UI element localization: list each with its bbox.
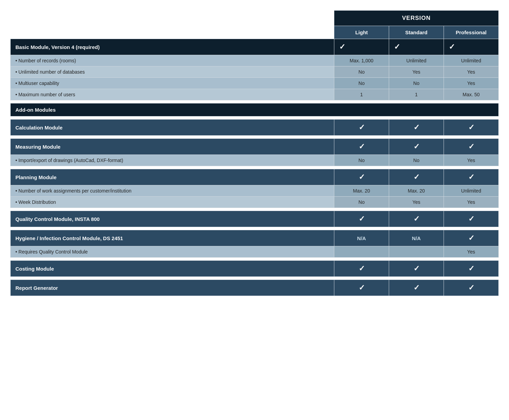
col-header-row: Light Standard Professional — [11, 26, 499, 39]
calculation-module-label: Calculation Module — [11, 120, 334, 136]
costing-module-label: Costing Module — [11, 261, 334, 277]
measuring-feature-importexport: • Import/export of drawings (AutoCad, DX… — [11, 155, 499, 166]
spacer-cell-1 — [11, 100, 499, 103]
databases-standard: Yes — [389, 66, 444, 78]
assignments-light: Max. 20 — [334, 185, 389, 197]
costing-check-professional: ✓ — [444, 261, 499, 277]
measuring-check-professional: ✓ — [444, 139, 499, 155]
requires-standard — [389, 246, 444, 258]
costing-check-light: ✓ — [334, 261, 389, 277]
version-header-row: VERSION — [11, 11, 499, 26]
hygiene-module-label: Hygiene / Infection Control Module, DS 2… — [11, 230, 334, 246]
hygiene-na-light: N/A — [334, 230, 389, 246]
weekdist-light: No — [334, 197, 389, 208]
records-light: Max. 1,000 — [334, 55, 389, 66]
weekdist-standard: Yes — [389, 197, 444, 208]
col-header-professional: Professional — [444, 26, 499, 39]
databases-professional: Yes — [444, 66, 499, 78]
planning-feature-weekdist: • Week Distribution No Yes Yes — [11, 197, 499, 208]
report-check-professional: ✓ — [444, 280, 499, 296]
multiuser-standard: No — [389, 78, 444, 89]
hygiene-check-professional: ✓ — [444, 230, 499, 246]
requires-label: • Requires Quality Control Module — [11, 246, 334, 258]
feature-row-maxusers: • Maximum number of users 1 1 Max. 50 — [11, 89, 499, 100]
spacer-cell-4 — [11, 166, 499, 169]
measuring-feature-label: • Import/export of drawings (AutoCad, DX… — [11, 155, 334, 166]
measuring-check-light: ✓ — [334, 139, 389, 155]
feature-label-records: • Number of records (rooms) — [11, 55, 334, 66]
spacer-cell-6 — [11, 227, 499, 230]
feature-row-databases: • Unlimited number of databases No Yes Y… — [11, 66, 499, 78]
col-header-light: Light — [334, 26, 389, 39]
costing-check-standard: ✓ — [389, 261, 444, 277]
spacer-6 — [11, 227, 499, 230]
requires-light — [334, 246, 389, 258]
importexport-professional: Yes — [444, 155, 499, 166]
spacer-cell-5 — [11, 208, 499, 211]
requires-professional: Yes — [444, 246, 499, 258]
spacer-cell-8 — [11, 277, 499, 280]
feature-label-databases: • Unlimited number of databases — [11, 66, 334, 78]
checkmark-basic-light: ✓ — [339, 42, 345, 51]
spacer-8 — [11, 277, 499, 280]
multiuser-light: No — [334, 78, 389, 89]
spacer-3 — [11, 136, 499, 139]
version-header-cell: VERSION — [334, 11, 499, 26]
checkmark-basic-standard: ✓ — [394, 42, 400, 51]
measuring-module-label: Measuring Module — [11, 139, 334, 155]
basic-module-label: Basic Module, Version 4 (required) — [11, 39, 334, 55]
feature-row-records: • Number of records (rooms) Max. 1,000 U… — [11, 55, 499, 66]
weekdist-professional: Yes — [444, 197, 499, 208]
spacer-cell-3 — [11, 136, 499, 139]
databases-light: No — [334, 66, 389, 78]
addon-header-row: Add-on Modules — [11, 103, 499, 116]
basic-check-professional: ✓ — [444, 39, 499, 55]
empty-top-left — [11, 11, 334, 26]
feature-label-multiuser: • Multiuser capability — [11, 78, 334, 89]
weekdist-label: • Week Distribution — [11, 197, 334, 208]
feature-row-multiuser: • Multiuser capability No No Yes — [11, 78, 499, 89]
calculation-module-row: Calculation Module ✓ ✓ ✓ — [11, 120, 499, 136]
maxusers-standard: 1 — [389, 89, 444, 100]
report-module-label: Report Generator — [11, 280, 334, 296]
report-module-row: Report Generator ✓ ✓ ✓ — [11, 280, 499, 296]
spacer-cell-2 — [11, 116, 499, 120]
importexport-standard: No — [389, 155, 444, 166]
quality-check-standard: ✓ — [389, 211, 444, 227]
spacer-5 — [11, 208, 499, 211]
feature-label-maxusers: • Maximum number of users — [11, 89, 334, 100]
hygiene-na-standard: N/A — [389, 230, 444, 246]
costing-module-row: Costing Module ✓ ✓ ✓ — [11, 261, 499, 277]
assignments-label: • Number of work assignments per custome… — [11, 185, 334, 197]
table-body: Basic Module, Version 4 (required) ✓ ✓ ✓… — [11, 39, 499, 296]
maxusers-light: 1 — [334, 89, 389, 100]
calculation-check-light: ✓ — [334, 120, 389, 136]
importexport-light: No — [334, 155, 389, 166]
comparison-table: VERSION Light Standard Professional Basi… — [10, 10, 499, 296]
assignments-professional: Unlimited — [444, 185, 499, 197]
report-check-standard: ✓ — [389, 280, 444, 296]
spacer-1 — [11, 100, 499, 103]
basic-module-header-row: Basic Module, Version 4 (required) ✓ ✓ ✓ — [11, 39, 499, 55]
maxusers-professional: Max. 50 — [444, 89, 499, 100]
assignments-standard: Max. 20 — [389, 185, 444, 197]
calculation-check-professional: ✓ — [444, 120, 499, 136]
checkmark-basic-professional: ✓ — [449, 42, 455, 51]
hygiene-feature-requires: • Requires Quality Control Module Yes — [11, 246, 499, 258]
planning-module-label: Planning Module — [11, 169, 334, 185]
measuring-module-row: Measuring Module ✓ ✓ ✓ — [11, 139, 499, 155]
multiuser-professional: Yes — [444, 78, 499, 89]
planning-module-row: Planning Module ✓ ✓ ✓ — [11, 169, 499, 185]
measuring-check-standard: ✓ — [389, 139, 444, 155]
basic-check-standard: ✓ — [389, 39, 444, 55]
records-standard: Unlimited — [389, 55, 444, 66]
planning-check-standard: ✓ — [389, 169, 444, 185]
planning-check-professional: ✓ — [444, 169, 499, 185]
calculation-check-standard: ✓ — [389, 120, 444, 136]
spacer-2 — [11, 116, 499, 120]
planning-feature-assignments: • Number of work assignments per custome… — [11, 185, 499, 197]
spacer-4 — [11, 166, 499, 169]
spacer-7 — [11, 258, 499, 261]
planning-check-light: ✓ — [334, 169, 389, 185]
hygiene-module-row: Hygiene / Infection Control Module, DS 2… — [11, 230, 499, 246]
